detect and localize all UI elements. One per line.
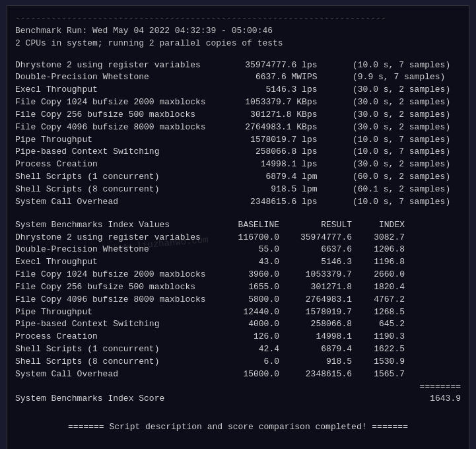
index-row-baseline: 6.0 <box>213 356 279 368</box>
measurement-row: Process Creation14998.1 lps(30.0 s, 2 sa… <box>15 158 461 171</box>
index-table-row: Dhrystone 2 using register variables 116… <box>15 232 461 244</box>
measurement-info: (60.1 s, 2 samples) <box>349 184 461 196</box>
footer-line: ======= Script description and score com… <box>15 421 461 434</box>
measurement-info: (10.0 s, 7 samples) <box>349 196 461 209</box>
col-header-result: RESULT <box>279 219 352 232</box>
index-row-baseline: 116700.0 <box>213 232 279 244</box>
index-row-baseline: 4000.0 <box>213 318 279 331</box>
measurement-value: 6637.6 MWIPS <box>245 71 318 84</box>
index-row-baseline: 43.0 <box>213 256 279 269</box>
index-table-row: Pipe Throughput 12440.0 1578019.7 1268.5 <box>15 306 461 319</box>
index-row-label: Shell Scripts (8 concurrent) <box>15 356 213 368</box>
index-row-result: 2348615.6 <box>279 368 352 381</box>
index-row-result: 35974777.6 <box>279 232 352 244</box>
index-table-row: File Copy 4096 bufsize 8000 maxblocks 58… <box>15 294 461 306</box>
measurement-row: Shell Scripts (1 concurrent)6879.4 lpm(6… <box>15 171 461 184</box>
measurement-value: 1578019.7 lps <box>245 134 318 147</box>
measurement-value: 14998.1 lps <box>245 158 318 171</box>
index-row-index: 1196.8 <box>352 256 405 269</box>
index-row-index: 1565.7 <box>352 368 405 381</box>
index-table-row: Execl Throughput 43.0 5146.3 1196.8 <box>15 256 461 269</box>
index-row-label: Pipe-based Context Switching <box>15 318 213 331</box>
index-row-label: Shell Scripts (1 concurrent) <box>15 343 213 356</box>
measurement-label: Pipe-based Context Switching <box>15 146 213 158</box>
index-row-index: 1268.5 <box>352 306 405 319</box>
measurement-value: 1053379.7 KBps <box>245 96 318 109</box>
header-line-1: Benchmark Run: Wed May 04 2022 04:32:39 … <box>15 25 461 38</box>
measurement-row: System Call Overhead2348615.6 lps(10.0 s… <box>15 196 461 209</box>
index-row-baseline: 3960.0 <box>213 269 279 281</box>
index-row-baseline: 15000.0 <box>213 368 279 381</box>
index-row-result: 1053379.7 <box>279 269 352 281</box>
index-row-index: 2660.0 <box>352 269 405 281</box>
measurement-value: 2348615.6 lps <box>245 196 318 209</box>
measurement-info: (30.0 s, 2 samples) <box>349 158 461 171</box>
index-row-index: 3082.7 <box>352 232 405 244</box>
measurement-label: Execl Throughput <box>15 84 213 96</box>
index-row-label: File Copy 1024 bufsize 2000 maxblocks <box>15 269 213 281</box>
measurement-info: (10.0 s, 7 samples) <box>349 134 461 147</box>
measurement-label: Process Creation <box>15 158 213 171</box>
measurement-info: (60.0 s, 2 samples) <box>349 171 461 184</box>
measurement-label: System Call Overhead <box>15 196 213 209</box>
measurement-row: Shell Scripts (8 concurrent)918.5 lpm(60… <box>15 184 461 196</box>
index-row-result: 6637.6 <box>279 244 352 256</box>
equals-separator: ======== <box>15 381 461 394</box>
index-row-label: File Copy 4096 bufsize 8000 maxblocks <box>15 294 213 306</box>
index-row-index: 1530.9 <box>352 356 405 368</box>
measurement-row: File Copy 256 bufsize 500 maxblocks30127… <box>15 109 461 121</box>
table-header-row: System Benchmarks Index Values BASELINE … <box>15 219 461 232</box>
index-row-result: 258066.8 <box>279 318 352 331</box>
measurements-section: Dhrystone 2 using register variables3597… <box>15 59 461 209</box>
index-table-row: Process Creation 126.0 14998.1 1190.3 <box>15 331 461 343</box>
index-row-result: 6879.4 <box>279 343 352 356</box>
measurement-label: Dhrystone 2 using register variables <box>15 59 213 72</box>
separator-top: ----------------------------------------… <box>15 13 461 25</box>
index-row-label: File Copy 256 bufsize 500 maxblocks <box>15 281 213 294</box>
index-row-result: 14998.1 <box>279 331 352 343</box>
measurement-info: (10.0 s, 7 samples) <box>349 146 461 158</box>
score-value: 1643.9 <box>408 393 461 405</box>
measurement-row: Double-Precision Whetstone6637.6 MWIPS(9… <box>15 71 461 84</box>
col-header-baseline: BASELINE <box>213 219 279 232</box>
index-row-index: 4767.2 <box>352 294 405 306</box>
measurement-label: File Copy 256 bufsize 500 maxblocks <box>15 109 213 121</box>
measurement-label: Double-Precision Whetstone <box>15 71 213 84</box>
measurement-row: Pipe Throughput1578019.7 lps(10.0 s, 7 s… <box>15 134 461 147</box>
measurement-label: Shell Scripts (1 concurrent) <box>15 171 213 184</box>
index-row-result: 301271.8 <box>279 281 352 294</box>
index-row-result: 1578019.7 <box>279 306 352 319</box>
index-table-row: Double-Precision Whetstone 55.0 6637.6 1… <box>15 244 461 256</box>
measurement-label: Shell Scripts (8 concurrent) <box>15 184 213 196</box>
measurement-value: 301271.8 KBps <box>245 109 318 121</box>
index-row-index: 1206.8 <box>352 244 405 256</box>
index-row-baseline: 1655.0 <box>213 281 279 294</box>
index-row-label: Dhrystone 2 using register variables <box>15 232 213 244</box>
measurement-row: Pipe-based Context Switching258066.8 lps… <box>15 146 461 158</box>
measurement-row: File Copy 1024 bufsize 2000 maxblocks105… <box>15 96 461 109</box>
measurement-row: File Copy 4096 bufsize 8000 maxblocks276… <box>15 121 461 134</box>
index-table-row: System Call Overhead 15000.0 2348615.6 1… <box>15 368 461 381</box>
measurement-info: (9.9 s, 7 samples) <box>349 71 461 84</box>
index-row-label: System Call Overhead <box>15 368 213 381</box>
measurement-info: (30.0 s, 2 samples) <box>349 96 461 109</box>
index-table-section: System Benchmarks Index Values BASELINE … <box>15 219 461 406</box>
measurement-info: (30.0 s, 2 samples) <box>349 121 461 134</box>
index-row-index: 1820.4 <box>352 281 405 294</box>
index-row-result: 918.5 <box>279 356 352 368</box>
measurement-value: 6879.4 lpm <box>245 171 318 184</box>
measurement-label: File Copy 1024 bufsize 2000 maxblocks <box>15 96 213 109</box>
measurement-info: (30.0 s, 2 samples) <box>349 109 461 121</box>
index-table-row: Pipe-based Context Switching 4000.0 2580… <box>15 318 461 331</box>
index-row-label: Pipe Throughput <box>15 306 213 319</box>
measurement-info: (10.0 s, 7 samples) <box>349 59 461 72</box>
index-row-baseline: 55.0 <box>213 244 279 256</box>
index-row-result: 5146.3 <box>279 256 352 269</box>
measurement-label: Pipe Throughput <box>15 134 213 147</box>
index-row-result: 2764983.1 <box>279 294 352 306</box>
measurement-value: 2764983.1 KBps <box>245 121 318 134</box>
index-row-baseline: 5800.0 <box>213 294 279 306</box>
col-header-index: INDEX <box>352 219 405 232</box>
measurement-label: File Copy 4096 bufsize 8000 maxblocks <box>15 121 213 134</box>
index-row-index: 1190.3 <box>352 331 405 343</box>
